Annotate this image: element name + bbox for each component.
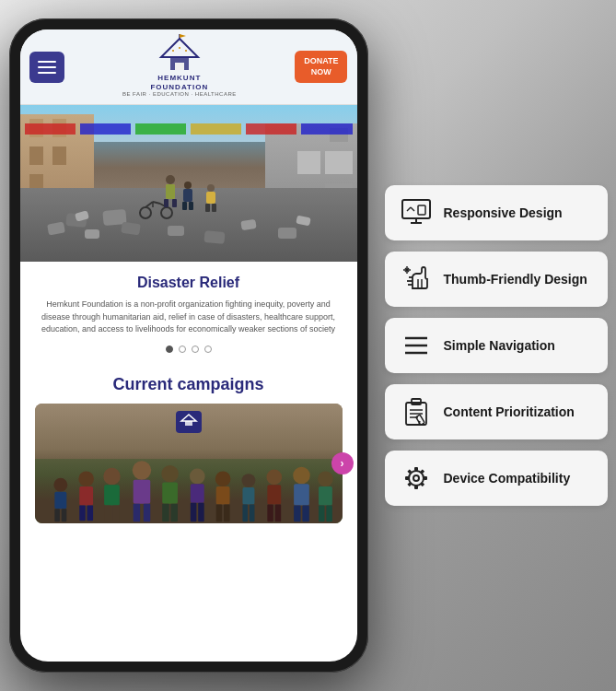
svg-marker-27: [181, 415, 196, 421]
svg-rect-17: [164, 199, 169, 207]
svg-rect-20: [183, 189, 192, 202]
svg-rect-63: [267, 504, 273, 521]
rock-8: [203, 230, 225, 244]
svg-rect-46: [162, 482, 178, 503]
hamburger-line-3: [38, 72, 56, 74]
svg-rect-32: [61, 509, 66, 521]
dot-2[interactable]: [179, 346, 186, 353]
svg-point-96: [413, 475, 419, 481]
svg-rect-50: [190, 484, 203, 502]
campaigns-section: Current campaigns: [20, 375, 357, 533]
device-icon: [400, 462, 433, 495]
disaster-section: Disaster Relief Hemkunt Foundation is a …: [20, 262, 357, 375]
svg-point-6: [179, 47, 180, 49]
monitor-icon: [400, 196, 433, 229]
svg-rect-67: [294, 505, 300, 521]
window-3: [29, 146, 43, 165]
svg-rect-98: [414, 486, 418, 489]
svg-rect-70: [319, 486, 332, 505]
svg-rect-64: [274, 504, 280, 521]
next-campaign-button[interactable]: ›: [331, 452, 354, 474]
hamburger-button[interactable]: [29, 52, 64, 83]
svg-line-11: [153, 202, 160, 204]
svg-rect-44: [143, 503, 149, 521]
svg-rect-30: [54, 491, 66, 509]
rock-10: [278, 228, 296, 239]
worker-person-1: [163, 175, 178, 211]
svg-rect-39: [104, 505, 110, 521]
svg-rect-60: [249, 504, 254, 521]
feature-device-compatibility: Device Compatibility: [385, 451, 608, 506]
svg-line-94: [419, 421, 420, 424]
dot-4[interactable]: [204, 346, 212, 353]
svg-rect-36: [87, 505, 92, 521]
svg-point-29: [53, 478, 67, 492]
svg-point-37: [103, 467, 121, 485]
hero-image: [20, 105, 357, 262]
svg-rect-16: [166, 184, 175, 199]
svg-rect-35: [79, 505, 85, 521]
svg-line-77: [411, 207, 414, 211]
svg-rect-26: [212, 204, 216, 212]
nav-icon: [400, 329, 433, 362]
shop-window: [325, 151, 353, 174]
disaster-title: Disaster Relief: [35, 275, 343, 291]
svg-point-69: [318, 471, 333, 486]
svg-line-76: [407, 207, 411, 211]
feature-nav-label: Simple Navigation: [444, 338, 555, 353]
main-container: HEMKUNT FOUNDATION BE FAIR · EDUCATION ·…: [9, 9, 608, 682]
feature-responsive-design: Responsive Design: [385, 185, 608, 240]
svg-rect-54: [215, 486, 229, 504]
svg-point-65: [293, 466, 310, 484]
phone-mockup: HEMKUNT FOUNDATION BE FAIR · EDUCATION ·…: [9, 18, 368, 673]
svg-rect-28: [185, 421, 192, 426]
svg-rect-21: [182, 202, 187, 210]
svg-point-53: [215, 471, 230, 486]
svg-rect-25: [205, 204, 210, 212]
features-panel: Responsive Design: [385, 185, 608, 506]
svg-point-45: [161, 465, 179, 483]
svg-rect-43: [133, 503, 139, 521]
rock-7: [168, 226, 184, 236]
logo-icon: [157, 37, 203, 74]
donate-button[interactable]: DONATE NOW: [295, 51, 347, 83]
campaign-logo-overlay: [176, 411, 202, 433]
rock-3: [85, 229, 99, 239]
svg-point-19: [184, 182, 192, 189]
thumb-icon: [400, 263, 433, 296]
svg-rect-47: [162, 503, 169, 521]
svg-point-5: [172, 50, 174, 52]
content-icon: [400, 395, 433, 428]
svg-rect-24: [206, 192, 215, 204]
svg-rect-22: [189, 202, 193, 210]
shop-window-2: [297, 151, 320, 174]
phone-screen: HEMKUNT FOUNDATION BE FAIR · EDUCATION ·…: [20, 29, 357, 662]
svg-rect-99: [405, 476, 409, 480]
svg-rect-62: [267, 485, 281, 504]
svg-rect-34: [79, 486, 93, 505]
svg-rect-71: [319, 505, 324, 521]
svg-rect-78: [418, 205, 425, 215]
worker-person-2: [181, 181, 194, 214]
campaign-image: [35, 404, 343, 523]
svg-rect-66: [294, 484, 309, 505]
svg-point-61: [266, 469, 282, 485]
dot-3[interactable]: [192, 346, 199, 353]
logo-text: HEMKUNT: [157, 74, 201, 83]
feature-content-prioritization: Content Prioritization: [385, 384, 608, 439]
svg-rect-2: [175, 63, 184, 70]
svg-point-57: [241, 474, 255, 487]
svg-rect-18: [172, 199, 177, 207]
svg-rect-97: [414, 467, 418, 471]
svg-rect-48: [170, 503, 177, 521]
svg-rect-38: [104, 485, 120, 505]
svg-rect-51: [190, 502, 195, 521]
svg-rect-93: [415, 415, 424, 425]
dot-1[interactable]: [166, 346, 173, 353]
svg-point-49: [189, 468, 204, 484]
feature-simple-navigation: Simple Navigation: [385, 318, 608, 373]
svg-rect-52: [198, 502, 203, 521]
logo-foundation-text: FOUNDATION: [150, 83, 208, 92]
feature-device-label: Device Compatibility: [444, 471, 571, 486]
logo-area: HEMKUNT FOUNDATION BE FAIR · EDUCATION ·…: [122, 37, 237, 97]
